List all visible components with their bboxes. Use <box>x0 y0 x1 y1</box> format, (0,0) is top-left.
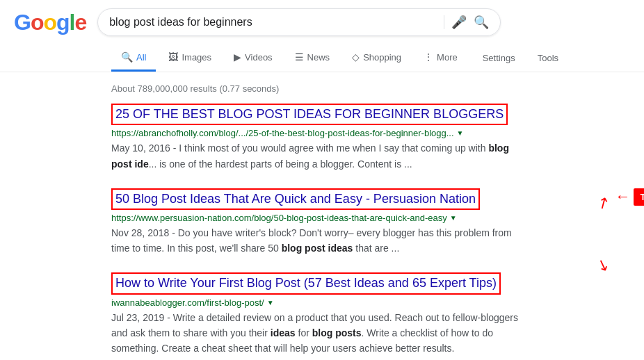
result-url-line-2: https://www.persuasion-nation.com/blog/5… <box>111 213 529 223</box>
shopping-icon: ◇ <box>352 51 360 63</box>
all-icon: 🔍 <box>121 51 133 63</box>
result-snippet-3: Jul 23, 2019 - Write a detailed review o… <box>111 310 529 356</box>
tools-link[interactable]: Tools <box>528 46 568 70</box>
result-url-2: https://www.persuasion-nation.com/blog/5… <box>111 213 447 223</box>
arrow-up-icon: ↗ <box>593 192 613 214</box>
result-url-arrow-1: ▼ <box>457 129 464 137</box>
tab-all[interactable]: 🔍 All <box>111 44 156 72</box>
tab-images-label: Images <box>182 52 211 63</box>
mic-icon[interactable]: 🎤 <box>451 15 467 30</box>
result-title-link-3[interactable]: How to Write Your First Blog Post (57 Be… <box>113 274 499 293</box>
result-url-1: https://abranchofholly.com/blog/.../25-o… <box>111 128 454 138</box>
result-title-box-1: 25 OF THE BEST BLOG POST IDEAS FOR BEGIN… <box>111 104 508 125</box>
tab-more-label: More <box>437 52 458 63</box>
tab-news-label: News <box>307 52 330 63</box>
nav-tabs: 🔍 All 🖼 Images ▶ Videos ☰ News ◇ Shoppin… <box>0 44 644 72</box>
header: Google 🎤 🔍 <box>0 0 644 44</box>
tab-images[interactable]: 🖼 Images <box>159 44 221 72</box>
videos-icon: ▶ <box>234 51 241 63</box>
result-url-3: iwannabeablogger.com/first-blog-post/ <box>111 297 264 308</box>
tab-videos-label: Videos <box>245 52 273 63</box>
result-url-arrow-2: ▼ <box>450 214 457 222</box>
result-title-box-2: 50 Blog Post Ideas That Are Quick and Ea… <box>111 188 480 210</box>
result-url-arrow-3: ▼ <box>267 299 274 306</box>
settings-link[interactable]: Settings <box>473 46 525 70</box>
result-item-1: 25 OF THE BEST BLOG POST IDEAS FOR BEGIN… <box>111 104 529 172</box>
result-title-link-1[interactable]: 25 OF THE BEST BLOG POST IDEAS FOR BEGIN… <box>113 105 506 124</box>
results-count: About 789,000,000 results (0.77 seconds) <box>111 78 533 104</box>
result-url-line-3: iwannabeablogger.com/first-blog-post/ ▼ <box>111 297 529 308</box>
tab-all-label: All <box>136 52 146 63</box>
search-bar[interactable]: 🎤 🔍 <box>97 8 501 36</box>
news-icon: ☰ <box>295 51 304 63</box>
results-area: About 789,000,000 results (0.77 seconds)… <box>0 72 644 360</box>
result-snippet-1: May 10, 2016 - I think most of you would… <box>111 140 529 171</box>
images-icon: 🖼 <box>168 51 178 63</box>
tab-shopping-label: Shopping <box>363 52 401 63</box>
search-button-icon[interactable]: 🔍 <box>474 15 489 30</box>
result-url-line-1: https://abranchofholly.com/blog/.../25-o… <box>111 128 529 138</box>
title-tags-annotation: ← Title Tags <box>615 188 644 206</box>
result-snippet-2: Nov 28, 2018 - Do you have writer's bloc… <box>111 225 529 256</box>
google-logo: Google <box>14 10 86 35</box>
arrow-left-icon-1: ← <box>615 189 631 204</box>
title-tags-label: Title Tags <box>634 188 644 206</box>
result-item-2: 50 Blog Post Ideas That Are Quick and Ea… <box>111 188 529 256</box>
search-input[interactable] <box>109 16 437 28</box>
more-dots-icon: ⋮ <box>424 51 433 63</box>
tab-shopping[interactable]: ◇ Shopping <box>342 44 411 72</box>
result-title-box-3: How to Write Your First Blog Post (57 Be… <box>111 272 501 294</box>
tab-more[interactable]: ⋮ More <box>414 44 467 72</box>
tab-videos[interactable]: ▶ Videos <box>224 44 282 72</box>
result-title-link-2[interactable]: 50 Blog Post Ideas That Are Quick and Ea… <box>113 190 478 208</box>
divider <box>444 15 444 29</box>
result-item-3: How to Write Your First Blog Post (57 Be… <box>111 272 529 360</box>
tab-news[interactable]: ☰ News <box>285 44 340 72</box>
arrow-down-icon: ↘ <box>594 255 612 277</box>
